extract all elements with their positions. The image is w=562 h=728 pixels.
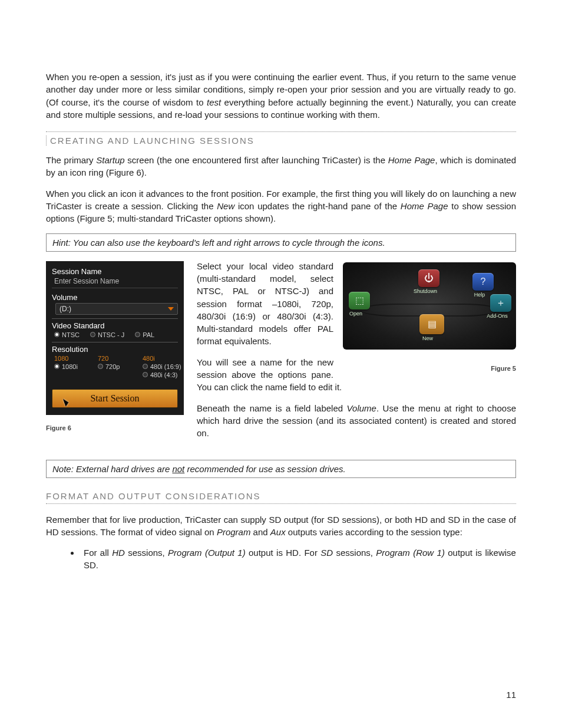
power-icon: ⏻ bbox=[424, 274, 434, 283]
open-button[interactable]: ⬚ bbox=[349, 292, 370, 309]
heading-format-output: FORMAT AND OUTPUT CONSIDERATIONS bbox=[46, 491, 516, 504]
new-label: New bbox=[410, 335, 445, 341]
volume-value: (D:) bbox=[59, 305, 71, 313]
page-number: 11 bbox=[506, 690, 516, 700]
home-icon-ring: ⏻ Shutdown ? Help ＋ Add-Ons ▤ New ⬚ Open bbox=[343, 262, 516, 350]
radio-icon bbox=[143, 364, 148, 369]
text-italic: Program bbox=[217, 527, 251, 537]
cursor-icon bbox=[63, 397, 70, 407]
note-box: Note: External hard drives are not recom… bbox=[46, 460, 516, 478]
paragraph-intro: When you re-open a session, it's just as… bbox=[46, 71, 516, 121]
radio-icon bbox=[143, 372, 148, 377]
text-italic: Program (Row 1) bbox=[376, 548, 445, 558]
text: sessions, bbox=[125, 548, 168, 558]
new-button[interactable]: ▤ bbox=[419, 314, 444, 334]
res-header-1080: 1080 bbox=[54, 355, 94, 362]
radio-480i-169[interactable]: 480i (16:9) bbox=[143, 363, 190, 370]
chevron-down-icon bbox=[168, 307, 174, 311]
help-button[interactable]: ? bbox=[472, 273, 494, 291]
video-standard-label: Video Standard bbox=[52, 321, 178, 330]
radio-icon bbox=[90, 332, 95, 337]
radio-label: 1080i bbox=[62, 363, 78, 370]
radio-ntsc-j[interactable]: NTSC - J bbox=[90, 331, 124, 338]
text: output is HD. For bbox=[246, 548, 321, 558]
session-name-input[interactable]: Enter Session Name bbox=[52, 277, 178, 288]
hint-box: Hint: You can also use the keyboard's le… bbox=[46, 233, 516, 252]
radio-1080i[interactable]: 1080i bbox=[54, 363, 94, 370]
open-label: Open bbox=[343, 311, 373, 317]
radio-icon bbox=[98, 364, 103, 369]
text: screen (the one encountered first after … bbox=[125, 155, 388, 165]
text-italic: Home Page bbox=[388, 155, 435, 165]
paragraph: Remember that for live production, TriCa… bbox=[46, 513, 516, 539]
note-text: Note: External hard drives are bbox=[52, 464, 172, 474]
text-italic: Aux bbox=[270, 527, 286, 537]
radio-label: NTSC - J bbox=[98, 331, 124, 338]
section-divider: CREATING AND LAUNCHING SESSIONS bbox=[46, 131, 516, 146]
shutdown-label: Shutdown bbox=[408, 288, 443, 294]
volume-dropdown[interactable]: (D:) bbox=[55, 303, 178, 315]
paragraph: When you click an icon it advances to th… bbox=[46, 187, 516, 225]
text: outputs varies according to the session … bbox=[286, 527, 462, 537]
radio-icon bbox=[54, 364, 59, 369]
radio-ntsc[interactable]: NTSC bbox=[54, 331, 80, 338]
text: and bbox=[250, 527, 270, 537]
res-header-480i: 480i bbox=[143, 355, 190, 362]
text-italic: test bbox=[207, 97, 221, 107]
start-session-button[interactable]: Start Session bbox=[52, 389, 178, 408]
list-item: For all HD sessions, Program (Output 1) … bbox=[80, 546, 516, 572]
figure-6-caption: Figure 6 bbox=[46, 424, 184, 431]
text-italic: Program (Output 1) bbox=[168, 548, 246, 558]
radio-480i-43[interactable]: 480i (4:3) bbox=[143, 371, 190, 378]
bullet-list: For all HD sessions, Program (Output 1) … bbox=[46, 546, 516, 572]
plus-icon: ＋ bbox=[496, 298, 505, 308]
help-icon: ? bbox=[481, 277, 486, 286]
heading-creating-sessions: CREATING AND LAUNCHING SESSIONS bbox=[46, 136, 516, 146]
text-italic: Volume bbox=[347, 403, 376, 413]
text-italic: HD bbox=[112, 548, 125, 558]
start-session-label: Start Session bbox=[90, 393, 139, 403]
session-config-panel: Session Name Enter Session Name Volume (… bbox=[46, 261, 184, 415]
radio-label: 720p bbox=[105, 363, 120, 370]
text-italic: Home Page bbox=[401, 201, 448, 211]
box-icon: ⬚ bbox=[355, 296, 364, 305]
session-name-label: Session Name bbox=[52, 267, 178, 276]
text: The primary bbox=[46, 155, 96, 165]
note-underline: not bbox=[172, 464, 184, 474]
figure-5-caption: Figure 5 bbox=[343, 365, 516, 372]
hint-text: Hint: You can also use the keyboard's le… bbox=[52, 238, 385, 248]
text: Beneath the name is a field labeled bbox=[197, 403, 347, 413]
text: sessions, bbox=[333, 548, 376, 558]
radio-pal[interactable]: PAL bbox=[135, 331, 154, 338]
document-icon: ▤ bbox=[428, 319, 437, 329]
radio-label: PAL bbox=[143, 331, 154, 338]
radio-icon bbox=[135, 332, 140, 337]
radio-720p[interactable]: 720p bbox=[98, 363, 139, 370]
radio-label: 480i (4:3) bbox=[150, 371, 177, 378]
radio-label: 480i (16:9) bbox=[150, 363, 181, 370]
addons-button[interactable]: ＋ bbox=[490, 294, 511, 312]
radio-label: NTSC bbox=[62, 331, 80, 338]
shutdown-button[interactable]: ⏻ bbox=[418, 269, 439, 287]
text: For all bbox=[84, 548, 112, 558]
text-italic: SD bbox=[320, 548, 333, 558]
radio-icon bbox=[54, 332, 59, 337]
text: icon updates the right-hand pane of the bbox=[234, 201, 401, 211]
resolution-label: Resolution bbox=[52, 345, 178, 354]
addons-label: Add-Ons bbox=[480, 313, 515, 319]
text-italic: Startup bbox=[96, 155, 124, 165]
res-header-720: 720 bbox=[98, 355, 139, 362]
paragraph: The primary Startup screen (the one enco… bbox=[46, 154, 516, 179]
note-text: recommended for use as session drives. bbox=[184, 464, 345, 474]
text-italic: New bbox=[217, 201, 234, 211]
volume-label: Volume bbox=[52, 293, 178, 302]
